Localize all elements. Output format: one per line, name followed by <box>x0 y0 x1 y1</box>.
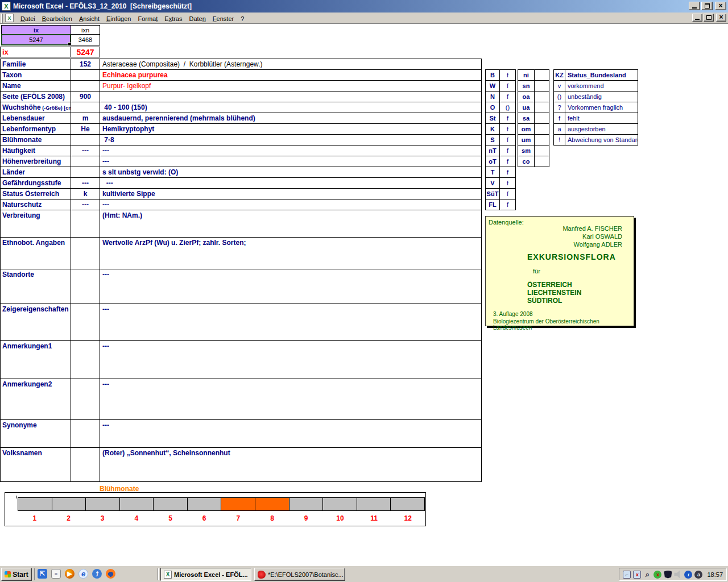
menu-items: DateiBearbeitenAnsichtEinfügenFormatExtr… <box>17 13 247 23</box>
form-field-label: Standorte <box>1 269 71 304</box>
security-shield-icon[interactable] <box>664 571 672 579</box>
form-field-code <box>71 210 100 238</box>
workbook-close-button[interactable]: × <box>716 14 726 22</box>
magnifier-icon[interactable]: ⌕ <box>643 571 651 579</box>
bundesland-code: V <box>486 178 500 189</box>
region-code: ni <box>518 70 535 81</box>
minimize-icon <box>692 7 697 9</box>
form-row-16: Standorte--- <box>1 269 482 304</box>
close-button[interactable]: × <box>715 2 726 10</box>
form-field-value: Wertvolle ArzPf (Wu) u. ZierPf; zahlr. S… <box>100 238 482 269</box>
form-field-value: --- <box>100 146 482 156</box>
month-segment-1 <box>18 498 52 510</box>
taskbar-clock: 18:57 <box>707 571 723 578</box>
show-desktop-icon[interactable]: ⇱ <box>38 569 47 579</box>
legend-code: a <box>554 124 565 135</box>
legend-code: ? <box>554 102 565 113</box>
close-icon: × <box>719 14 723 21</box>
document-viewer-icon[interactable]: ≡ <box>51 569 61 579</box>
bundesland-code: nT <box>486 146 500 156</box>
legend-row: ?Vorkommen fraglich <box>554 102 638 113</box>
restore-icon <box>706 15 712 20</box>
menu-fenster[interactable]: Fenster <box>209 14 237 23</box>
workbook-icon[interactable]: X <box>5 14 14 22</box>
region-row: oa <box>518 92 549 102</box>
month-segment-5 <box>154 498 188 510</box>
bundesland-code: St <box>486 113 500 124</box>
menu-einfuegen[interactable]: Einfügen <box>103 14 134 23</box>
form-field-code <box>71 448 100 482</box>
data-source-title: EXKURSIONSFLORA <box>527 252 616 261</box>
ixn-value-cell[interactable]: 3468 <box>71 34 100 45</box>
firefox-icon[interactable] <box>106 569 115 579</box>
bundesland-status: f <box>500 178 516 189</box>
menu-daten[interactable]: Daten <box>185 14 209 23</box>
form-field-code <box>71 379 100 420</box>
internet-explorer-icon[interactable]: e <box>78 569 88 579</box>
legend-row: ffehlt <box>554 113 638 124</box>
form-row-17: Zeigereigenschaften--- <box>1 304 482 341</box>
media-player-icon[interactable]: ▶ <box>65 569 75 579</box>
legend-description: Abweichung von Standardliste(?) <box>565 135 638 146</box>
ix-header-cell: ix <box>1 25 71 35</box>
form-field-code: He <box>71 124 100 135</box>
workbook-restore-button[interactable] <box>704 14 714 22</box>
form-field-value: (Hmt: NAm.) <box>100 210 482 238</box>
form-field-label: Seite (EFÖLS 2008) <box>1 92 71 102</box>
bundesland-status: f <box>500 156 516 167</box>
species-form-table: Familie152Asteraceae (Compositae) / Korb… <box>0 59 482 482</box>
form-field-code <box>71 238 100 269</box>
current-id-label: ix <box>0 47 71 57</box>
taskbar-divider <box>34 568 35 580</box>
ix-value-cell[interactable]: 5247 <box>1 34 71 45</box>
bundesland-row: Kf <box>486 124 516 135</box>
restore-icon <box>705 3 710 9</box>
menu-ansicht[interactable]: Ansicht <box>76 14 103 23</box>
form-field-value: --- <box>100 156 482 167</box>
bundesland-status: f <box>500 124 516 135</box>
network-activity-icon[interactable]: ⌐ <box>623 571 631 579</box>
info-icon[interactable]: i <box>684 571 692 579</box>
bundesland-row: Tf <box>486 167 516 178</box>
task-button-2[interactable]: *E:\EFÖLS2007\Botanisc... <box>254 568 345 581</box>
region-code: sn <box>518 81 535 92</box>
form-row-3: Seite (EFÖLS 2008)900 <box>1 92 482 102</box>
network-disconnected-icon[interactable]: x <box>633 571 641 579</box>
month-label-3: 3 <box>85 514 119 522</box>
start-button[interactable]: Start <box>1 568 32 581</box>
form-field-value: --- <box>100 304 482 341</box>
bundesland-code: K <box>486 124 500 135</box>
author-line: Manfred A. FISCHER <box>562 225 622 232</box>
region-status <box>535 70 549 81</box>
form-field-value: 40 - 100 (150) <box>100 102 482 113</box>
app-a-icon[interactable]: a <box>694 571 702 579</box>
task-button-1[interactable]: XMicrosoft Excel - EFÖL... <box>160 568 251 581</box>
legend-row: vvorkommend <box>554 81 638 92</box>
bundesland-status: f <box>500 167 516 178</box>
menu-hilfe[interactable]: ? <box>237 14 247 23</box>
data-source-regions: ÖSTERREICH LIECHTENSTEIN SÜDTIROL <box>527 281 581 305</box>
menu-bearbeiten[interactable]: Bearbeiten <box>39 14 76 23</box>
bundesland-code: S <box>486 135 500 146</box>
form-row-14: Verbreitung(Hmt: NAm.) <box>1 210 482 238</box>
volume-icon[interactable] <box>674 571 682 579</box>
month-label-4: 4 <box>119 514 154 522</box>
workbook-minimize-button[interactable] <box>692 14 702 22</box>
antivirus-disabled-icon[interactable]: x <box>653 571 661 579</box>
minimize-button[interactable] <box>689 2 700 10</box>
form-field-value: Echinacea purpurea <box>100 70 482 81</box>
data-source-fuer: für <box>533 268 540 275</box>
menu-extras[interactable]: Extras <box>161 14 185 23</box>
region-code: sa <box>518 113 535 124</box>
menu-datei[interactable]: Datei <box>17 14 39 23</box>
explorer-icon[interactable]: ⤴ <box>92 569 102 579</box>
bundesland-status: f <box>500 113 516 124</box>
restore-button[interactable] <box>701 2 713 10</box>
window-title: Microsoft Excel - EFÖLS3_12_2010 [Schrei… <box>13 2 192 10</box>
form-field-code: 900 <box>71 92 100 102</box>
toolbar-handle[interactable] <box>1 14 3 23</box>
month-label-7: 7 <box>221 514 255 522</box>
form-field-value: --- <box>100 199 482 210</box>
menu-format[interactable]: Format <box>134 14 161 23</box>
form-row-13: Naturschutz------ <box>1 199 482 210</box>
